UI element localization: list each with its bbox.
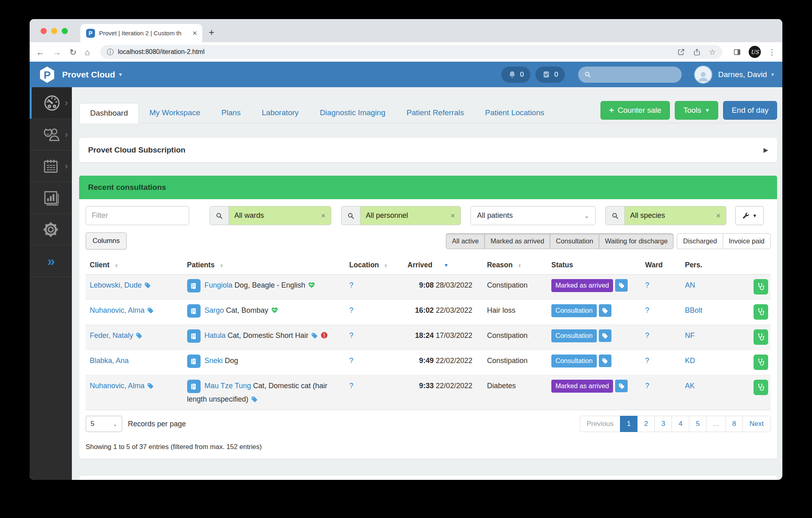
client-link[interactable]: Nuhanovic, Alma [90, 306, 145, 314]
filter-consultation[interactable]: Consultation [550, 233, 599, 249]
patient-record-button[interactable] [187, 304, 201, 318]
tab-dashboard[interactable]: Dashboard [79, 103, 139, 123]
global-search-input[interactable] [578, 67, 682, 83]
sidebar-item-calendar[interactable]: › [30, 150, 72, 182]
column-header-location[interactable]: Location▲▼ [345, 256, 403, 275]
filter-all-active[interactable]: All active [446, 233, 485, 249]
patient-filter-select[interactable]: All patients ⌄ [471, 206, 596, 225]
provet-logo-icon[interactable]: P [38, 65, 56, 84]
browser-profile-avatar[interactable]: US [749, 46, 761, 58]
page-next[interactable]: Next [743, 416, 771, 432]
location-link[interactable]: ? [349, 306, 353, 314]
sidebar-item-reports[interactable] [30, 182, 72, 214]
personnel-filter[interactable]: All personnel✕ [341, 206, 461, 225]
status-tag-button[interactable] [599, 329, 611, 342]
patient-link[interactable]: Sneki [205, 357, 223, 365]
personnel-link[interactable]: BBolt [685, 306, 702, 314]
column-header-patients[interactable]: Patients▲▼ [183, 256, 346, 275]
home-icon[interactable]: ⌂ [85, 48, 90, 56]
species-filter[interactable]: All species✕ [605, 206, 726, 225]
filter-invoice-paid[interactable]: Invoice paid [723, 233, 771, 249]
ward-link[interactable]: ? [645, 281, 649, 289]
personnel-link[interactable]: AK [685, 382, 695, 390]
personnel-link[interactable]: KD [685, 357, 695, 365]
user-dropdown-caret-icon[interactable]: ▼ [770, 72, 775, 77]
back-icon[interactable]: ← [36, 48, 45, 56]
sidebar-item-expand-sidebar[interactable]: » [30, 245, 72, 277]
site-info-icon[interactable]: ⓘ [107, 49, 114, 56]
brand-dropdown-caret-icon[interactable]: ▼ [118, 72, 123, 77]
ward-link[interactable]: ? [645, 331, 649, 340]
ward-filter[interactable]: All wards✕ [209, 206, 331, 225]
notifications-button[interactable]: 0 [501, 67, 530, 83]
open-in-new-icon[interactable] [677, 48, 685, 56]
tab-laboratory[interactable]: Laboratory [251, 103, 309, 123]
sidebar-item-settings[interactable] [30, 214, 72, 245]
table-row[interactable]: Nuhanovic, Alma Mau Tze Tung Cat, Domest… [86, 375, 771, 410]
ward-link[interactable]: ? [645, 306, 649, 314]
column-header-ward[interactable]: Ward [641, 256, 681, 275]
location-link[interactable]: ? [349, 331, 353, 340]
patient-record-button[interactable] [187, 279, 201, 292]
page-previous[interactable]: Previous [580, 416, 620, 432]
open-consultation-button[interactable] [754, 304, 768, 320]
patient-record-button[interactable] [187, 329, 201, 343]
column-header-reason[interactable]: Reason▲▼ [483, 256, 547, 275]
minimize-window-button[interactable] [51, 28, 57, 34]
patient-link[interactable]: Hatula [205, 331, 226, 340]
tasks-button[interactable]: 0 [536, 67, 564, 83]
page-[interactable]: ... [706, 416, 726, 432]
counter-sale-button[interactable]: +Counter sale [600, 101, 670, 120]
clear-filter-icon[interactable]: ✕ [447, 213, 455, 219]
tab-my-workspace[interactable]: My Workspace [139, 103, 211, 123]
ward-link[interactable]: ? [645, 382, 649, 390]
tools-button[interactable]: Tools▼ [675, 101, 718, 120]
columns-button[interactable]: Columns [86, 232, 127, 249]
sort-icon[interactable]: ▲▼ [114, 263, 119, 268]
brand-name[interactable]: Provet Cloud [62, 70, 115, 80]
forward-icon[interactable]: → [53, 48, 61, 56]
end-of-day-button[interactable]: End of day [723, 101, 777, 120]
filter-waiting-for-discharge[interactable]: Waiting for discharge [599, 233, 674, 249]
page-8[interactable]: 8 [726, 416, 743, 432]
open-consultation-button[interactable] [754, 329, 768, 345]
open-consultation-button[interactable] [754, 279, 768, 294]
client-link[interactable]: Blabka, Ana [90, 357, 129, 365]
clear-filter-icon[interactable]: ✕ [317, 213, 326, 219]
table-row[interactable]: Nuhanovic, Alma Sargo Cat, Bombay ? 16:0… [86, 300, 771, 325]
page-1[interactable]: 1 [620, 416, 637, 432]
new-tab-button[interactable]: + [209, 27, 214, 38]
location-link[interactable]: ? [349, 382, 353, 390]
tab-plans[interactable]: Plans [211, 103, 251, 123]
status-tag-button[interactable] [599, 304, 611, 317]
status-tag-button[interactable] [615, 380, 628, 392]
personnel-link[interactable]: AN [685, 281, 695, 289]
records-per-page-select[interactable]: 5 ⌄ [86, 416, 122, 432]
sort-desc-icon[interactable]: ▼ [444, 262, 449, 268]
url-bar[interactable]: ⓘ localhost:8080/iteration-2.html ☆ [100, 45, 722, 59]
column-header-status[interactable]: Status [547, 256, 641, 275]
reload-icon[interactable]: ↻ [69, 48, 77, 56]
patient-record-button[interactable] [187, 355, 201, 368]
open-consultation-button[interactable] [754, 380, 768, 395]
personnel-link[interactable]: NF [685, 331, 695, 340]
ward-link[interactable]: ? [645, 357, 649, 365]
column-header-pers[interactable]: Pers. [681, 256, 737, 275]
page-2[interactable]: 2 [637, 416, 655, 432]
share-icon[interactable] [693, 48, 701, 56]
page-5[interactable]: 5 [689, 416, 706, 432]
bookmark-star-icon[interactable]: ☆ [709, 47, 716, 57]
sidebar-item-clients-patients[interactable]: › [30, 119, 72, 150]
patient-link[interactable]: Fungiola [205, 281, 233, 289]
zoom-window-button[interactable] [62, 28, 68, 34]
tab-patient-locations[interactable]: Patient Locations [475, 103, 555, 123]
browser-tab[interactable]: P Provet | Iteration 2 | Custom th ✕ [80, 24, 202, 42]
consultations-filter-input[interactable] [86, 206, 189, 225]
sort-icon[interactable]: ▲▼ [384, 263, 388, 268]
filter-marked-as-arrived[interactable]: Marked as arrived [484, 233, 550, 249]
table-row[interactable]: Feder, Nataly Hatula Cat, Domestic Short… [86, 325, 771, 350]
client-link[interactable]: Feder, Nataly [90, 331, 133, 340]
patient-link[interactable]: Sargo [205, 306, 224, 314]
column-header-client[interactable]: Client▲▼ [86, 256, 183, 275]
client-link[interactable]: Lebowski, Dude [90, 281, 142, 289]
